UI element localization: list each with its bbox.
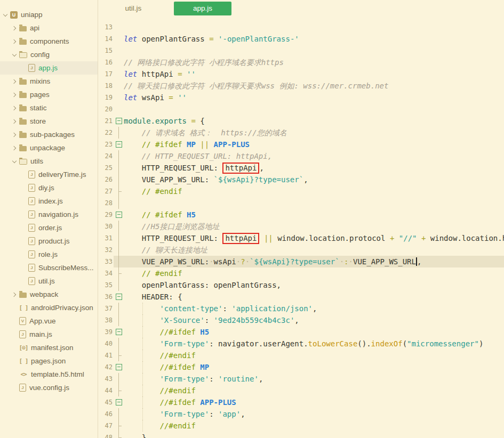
code-text[interactable] [124,103,504,115]
code-line-25[interactable]: 25 HTTP_REQUEST_URL: httpApi, [98,162,504,174]
fold-collapse-icon[interactable] [116,399,122,405]
fold-collapse-icon[interactable] [116,118,122,124]
code-line-38[interactable]: 38 'X-Source': '9ed24b559c4b4c3c', [98,314,504,326]
code-text[interactable]: // 聊天长连接地址 [124,244,504,256]
chevron-right-icon[interactable] [10,131,18,139]
tab-util-js[interactable]: util.js [107,2,160,15]
code-line-39[interactable]: 39 //#ifdef H5 [98,326,504,338]
tree-item-manifest-json[interactable]: [⊙]manifest.json [0,341,98,354]
tree-item-unpackage[interactable]: unpackage [0,141,98,155]
code-text[interactable]: //#endif [124,385,504,396]
fold-collapse-icon[interactable] [116,329,122,335]
code-line-28[interactable]: 28 [98,197,504,209]
tree-item-index-js[interactable]: Jindex.js [0,194,98,208]
code-text[interactable]: // HTTP_REQUEST_URL: httpApi, [124,150,504,162]
tree-item-role-js[interactable]: Jrole.js [0,248,98,261]
code-text[interactable]: 'Form-type': navigator.userAgent.toLower… [124,338,504,350]
fold-gutter[interactable] [114,326,124,338]
code-text[interactable] [124,21,504,33]
code-line-15[interactable]: 15 [98,45,504,56]
code-text[interactable]: //H5接口是浏览器地址 [124,221,504,232]
code-line-22[interactable]: 22 // 请求域名 格式： https://您的域名 [98,127,504,139]
code-line-27[interactable]: 27 // #endif [98,185,504,197]
code-text[interactable]: //#endif [124,350,504,361]
code-text[interactable] [124,45,504,56]
code-line-31[interactable]: 31 HTTP_REQUEST_URL: httpApi || window.l… [98,232,504,244]
tree-item-deliverytime-js[interactable]: JdeliveryTime.js [0,168,98,181]
fold-gutter[interactable] [114,139,124,150]
chevron-down-icon[interactable] [10,51,18,59]
code-line-29[interactable]: 29 // #ifdef H5 [98,209,504,221]
code-text[interactable]: VUE_APP_WS_URL:·wsApi·?·`${wsApi}?type=u… [124,256,504,267]
code-line-37[interactable]: 37 'content-type': 'application/json', [98,303,504,314]
code-text[interactable]: let openPlantGrass = '-openPlantGrass-' [124,33,504,45]
code-line-24[interactable]: 24 // HTTP_REQUEST_URL: httpApi, [98,150,504,162]
code-line-45[interactable]: 45 //#ifdef APP-PLUS [98,396,504,408]
code-area[interactable]: 1314let openPlantGrass = '-openPlantGras… [98,21,504,438]
code-line-14[interactable]: 14let openPlantGrass = '-openPlantGrass-… [98,33,504,45]
tree-item-utils[interactable]: utils [0,155,98,168]
tree-item-store[interactable]: store [0,115,98,128]
code-line-47[interactable]: 47 //#endif [98,420,504,432]
chevron-down-icon[interactable] [1,11,9,19]
tree-item-diy-js[interactable]: Jdiy.js [0,181,98,194]
chevron-right-icon[interactable] [10,104,18,112]
chevron-right-icon[interactable] [10,144,18,152]
tree-item-app-js[interactable]: Japp.js [0,61,98,75]
chevron-right-icon[interactable] [10,38,18,45]
code-line-46[interactable]: 46 'Form-type': 'app', [98,408,504,420]
code-text[interactable]: // #ifdef MP || APP-PLUS [124,139,504,150]
chevron-right-icon[interactable] [10,291,18,298]
code-line-32[interactable]: 32 // 聊天长连接地址 [98,244,504,256]
code-line-13[interactable]: 13 [98,21,504,33]
tree-item-components[interactable]: components [0,35,98,48]
fold-gutter[interactable] [114,209,124,221]
code-line-30[interactable]: 30 //H5接口是浏览器地址 [98,221,504,232]
code-text[interactable]: 'Form-type': 'routine', [124,373,504,385]
code-text[interactable]: // #ifdef H5 [124,209,504,221]
tree-item-mixins[interactable]: mixins [0,75,98,88]
chevron-right-icon[interactable] [10,25,18,32]
chevron-right-icon[interactable] [10,118,18,125]
tree-item-sub-packages[interactable]: sub-packages [0,128,98,141]
tree-item-order-js[interactable]: Jorder.js [0,221,98,234]
fold-gutter[interactable] [114,396,124,408]
chevron-right-icon[interactable] [10,78,18,85]
code-line-43[interactable]: 43 'Form-type': 'routine', [98,373,504,385]
fold-gutter[interactable] [114,361,124,373]
code-line-41[interactable]: 41 //#endif [98,350,504,361]
code-line-20[interactable]: 20 [98,103,504,115]
code-text[interactable]: //#ifdef H5 [124,326,504,338]
code-text[interactable]: 'Form-type': 'app', [124,408,504,420]
chevron-right-icon[interactable] [10,91,18,99]
code-text[interactable]: } [124,432,504,438]
code-text[interactable]: HTTP_REQUEST_URL: httpApi || window.loca… [124,232,504,244]
code-text[interactable]: // 请求域名 格式： https://您的域名 [124,127,504,139]
tree-item-util-js[interactable]: Jutil.js [0,274,98,288]
tree-item-app-vue[interactable]: VApp.vue [0,314,98,328]
fold-collapse-icon[interactable] [116,294,122,300]
code-text[interactable]: // 聊天接口修改此字符 小程序聊天要求wss 例如: wss://mer.cr… [124,80,504,92]
code-line-26[interactable]: 26 VUE_APP_WS_URL: `${wsApi}?type=user`, [98,174,504,185]
code-text[interactable]: VUE_APP_WS_URL: `${wsApi}?type=user`, [124,174,504,185]
code-line-44[interactable]: 44 //#endif [98,385,504,396]
code-text[interactable]: //#ifdef APP-PLUS [124,396,504,408]
code-line-16[interactable]: 16// 网络接口修改此字符 小程序域名要求https [98,56,504,68]
tree-item-pages-json[interactable]: [ ]pages.json [0,354,98,368]
tree-item-vue-config-js[interactable]: Jvue.config.js [0,381,98,394]
code-text[interactable]: // 网络接口修改此字符 小程序域名要求https [124,56,504,68]
tree-item-navigation-js[interactable]: Jnavigation.js [0,208,98,221]
code-text[interactable]: openPlantGrass: openPlantGrass, [124,279,504,291]
code-text[interactable]: HEADER: { [124,291,504,303]
code-line-17[interactable]: 17let httpApi = '' [98,68,504,80]
code-text[interactable]: let wsApi = '' [124,92,504,103]
tree-item-main-js[interactable]: Jmain.js [0,328,98,341]
fold-collapse-icon[interactable] [116,141,122,148]
code-line-21[interactable]: 21module.exports = { [98,115,504,127]
code-line-35[interactable]: 35 openPlantGrass: openPlantGrass, [98,279,504,291]
code-text[interactable]: //#endif [124,420,504,432]
code-line-34[interactable]: 34 // #endif [98,267,504,279]
tab-app-js[interactable]: app.js [174,2,231,15]
chevron-down-icon[interactable] [10,158,18,165]
fold-collapse-icon[interactable] [116,364,122,370]
